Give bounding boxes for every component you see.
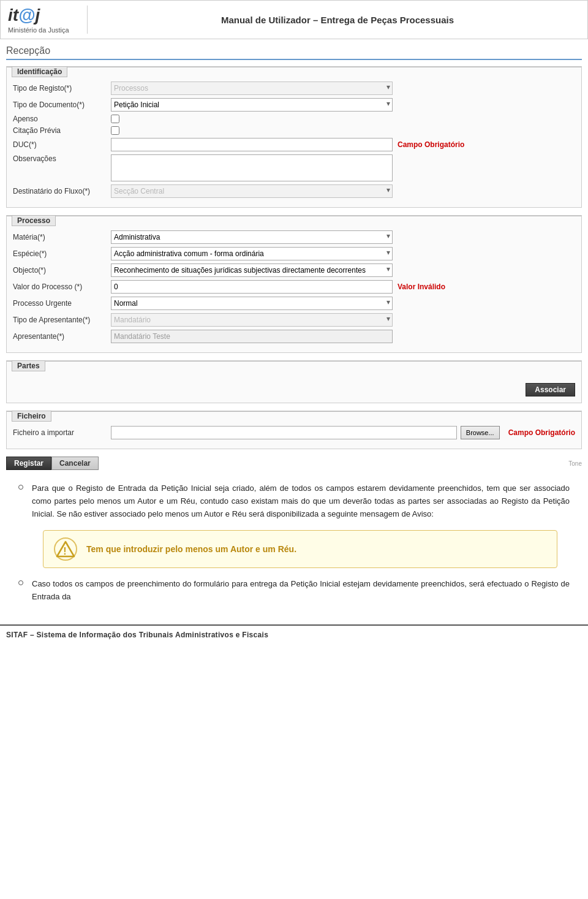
apenso-row: Apenso <box>13 115 575 123</box>
warning-text: Tem que introduzir pelo menos um Autor e… <box>86 544 296 554</box>
citacao-field <box>111 126 575 135</box>
objecto-row: Objecto(*) Reconhecimento de situações j… <box>13 264 575 277</box>
bullet-text-1: Para que o Registo de Entrada da Petição… <box>32 482 570 520</box>
processo-urgente-label: Processo Urgente <box>13 299 111 308</box>
valor-field: Valor Inválido <box>111 280 575 294</box>
materia-label: Matéria(*) <box>13 233 111 241</box>
destinatario-label: Destinatário do Fluxo(*) <box>13 187 111 195</box>
valor-label: Valor do Processo (*) <box>13 283 111 291</box>
destinatario-select[interactable]: Secção Central <box>111 184 393 198</box>
bullet-item-1: Para que o Registo de Entrada da Petição… <box>18 482 570 520</box>
logo-area: it@j Ministério da Justiça <box>8 6 88 34</box>
partes-panel-title: Partes <box>12 360 45 371</box>
apresentante-label: Apresentante(*) <box>13 332 111 341</box>
especie-field: Acção administrativa comum - forma ordin… <box>111 247 575 260</box>
action-row: Registar Cancelar Tone <box>6 457 582 470</box>
duc-row: DUC(*) Campo Obrigatório <box>13 138 575 151</box>
tipo-registo-select[interactable]: Processos <box>111 82 393 95</box>
file-input-wrap: Browse... Campo Obrigatório <box>111 426 575 439</box>
tipo-documento-field: Petição Inicial <box>111 98 575 112</box>
processo-urgente-select[interactable]: Normal <box>111 297 393 310</box>
processo-panel: Processo Matéria(*) Administrativa Espéc… <box>6 215 582 353</box>
logo-text: it@j <box>8 6 80 25</box>
logo-it: it <box>8 6 18 25</box>
duc-field: Campo Obrigatório <box>111 138 575 151</box>
identificacao-panel: Identificação Tipo de Registo(*) Process… <box>6 66 582 208</box>
apresentante-input <box>111 330 393 343</box>
bullet-item-2: Caso todos os campos de preenchimento do… <box>18 578 570 604</box>
ficheiro-panel-title: Ficheiro <box>12 411 51 422</box>
especie-label: Espécie(*) <box>13 249 111 258</box>
tone-label: Tone <box>568 460 582 467</box>
citacao-label: Citação Prévia <box>13 126 111 135</box>
tipo-documento-label: Tipo de Documento(*) <box>13 101 111 109</box>
ficheiro-error: Campo Obrigatório <box>508 428 575 437</box>
observacoes-label: Observações <box>13 154 111 163</box>
partes-inner: Associar <box>7 372 581 403</box>
browse-button[interactable]: Browse... <box>461 426 500 439</box>
svg-text:!: ! <box>63 546 66 556</box>
processo-panel-title: Processo <box>12 215 56 226</box>
tipo-documento-select[interactable]: Petição Inicial <box>111 98 393 112</box>
cancelar-button[interactable]: Cancelar <box>51 457 99 470</box>
ficheiro-panel: Ficheiro Ficheiro a importar Browse... C… <box>6 411 582 449</box>
citacao-checkbox[interactable] <box>111 126 119 135</box>
bullet-circle-2 <box>18 580 23 585</box>
tipo-apresentante-row: Tipo de Apresentante(*) Mandatário <box>13 313 575 327</box>
objecto-select[interactable]: Reconhecimento de situações jurídicas su… <box>111 264 393 277</box>
valor-input[interactable] <box>111 280 393 294</box>
especie-select[interactable]: Acção administrativa comum - forma ordin… <box>111 247 393 260</box>
identificacao-form: Tipo de Registo(*) Processos Tipo de Doc… <box>7 78 581 207</box>
duc-input[interactable] <box>111 138 393 151</box>
warning-box: ! Tem que introduzir pelo menos um Autor… <box>43 530 557 568</box>
valor-row: Valor do Processo (*) Valor Inválido <box>13 280 575 294</box>
bullet-text-2: Caso todos os campos de preenchimento do… <box>32 578 570 604</box>
apenso-label: Apenso <box>13 115 111 123</box>
objecto-label: Objecto(*) <box>13 266 111 275</box>
logo-subtitle: Ministério da Justiça <box>8 26 80 34</box>
bullet-list: Para que o Registo de Entrada da Petição… <box>18 482 570 520</box>
destinatario-row: Destinatário do Fluxo(*) Secção Central <box>13 184 575 198</box>
especie-row: Espécie(*) Acção administrativa comum - … <box>13 247 575 260</box>
tipo-documento-row: Tipo de Documento(*) Petição Inicial <box>13 98 575 112</box>
processo-urgente-row: Processo Urgente Normal <box>13 297 575 310</box>
tipo-registo-field: Processos <box>111 82 575 95</box>
tipo-registo-label: Tipo de Registo(*) <box>13 84 111 93</box>
page-content: Recepção Identificação Tipo de Registo(*… <box>0 45 588 618</box>
destinatario-field: Secção Central <box>111 184 575 198</box>
apenso-checkbox[interactable] <box>111 115 119 123</box>
identificacao-panel-title: Identificação <box>12 66 67 77</box>
apresentante-row: Apresentante(*) <box>13 330 575 343</box>
processo-urgente-field: Normal <box>111 297 575 310</box>
footer-text: SITAF – Sistema de Informação dos Tribun… <box>6 631 268 639</box>
registar-button[interactable]: Registar <box>6 457 51 470</box>
observacoes-field <box>111 154 575 181</box>
logo-at: @ <box>18 6 35 25</box>
citacao-row: Citação Prévia <box>13 126 575 135</box>
tipo-apresentante-field: Mandatário <box>111 313 575 327</box>
bullet-circle-1 <box>18 485 23 490</box>
objecto-field: Reconhecimento de situações jurídicas su… <box>111 264 575 277</box>
ficheiro-label: Ficheiro a importar <box>13 428 111 437</box>
tipo-registo-row: Tipo de Registo(*) Processos <box>13 82 575 95</box>
apenso-field <box>111 115 575 123</box>
ficheiro-field: Browse... Campo Obrigatório <box>111 426 575 439</box>
body-text-area: Para que o Registo de Entrada da Petição… <box>6 476 582 618</box>
observacoes-row: Observações <box>13 154 575 181</box>
materia-select[interactable]: Administrativa <box>111 230 393 244</box>
tipo-apresentante-label: Tipo de Apresentante(*) <box>13 316 111 324</box>
footer: SITAF – Sistema de Informação dos Tribun… <box>0 624 588 644</box>
materia-field: Administrativa <box>111 230 575 244</box>
page-header: it@j Ministério da Justiça Manual de Uti… <box>0 0 588 39</box>
processo-form: Matéria(*) Administrativa Espécie(*) Acç… <box>7 227 581 352</box>
partes-panel: Partes Associar <box>6 360 582 403</box>
associar-button[interactable]: Associar <box>526 383 575 396</box>
ficheiro-row: Ficheiro a importar Browse... Campo Obri… <box>13 426 575 439</box>
file-path-input[interactable] <box>111 426 457 439</box>
bullet-list-2: Caso todos os campos de preenchimento do… <box>18 578 570 604</box>
valor-error: Valor Inválido <box>398 283 445 291</box>
header-title: Manual de Utilizador – Entrega de Peças … <box>95 15 580 25</box>
tipo-apresentante-select[interactable]: Mandatário <box>111 313 393 327</box>
ficheiro-form: Ficheiro a importar Browse... Campo Obri… <box>7 422 581 449</box>
observacoes-textarea[interactable] <box>111 154 393 181</box>
